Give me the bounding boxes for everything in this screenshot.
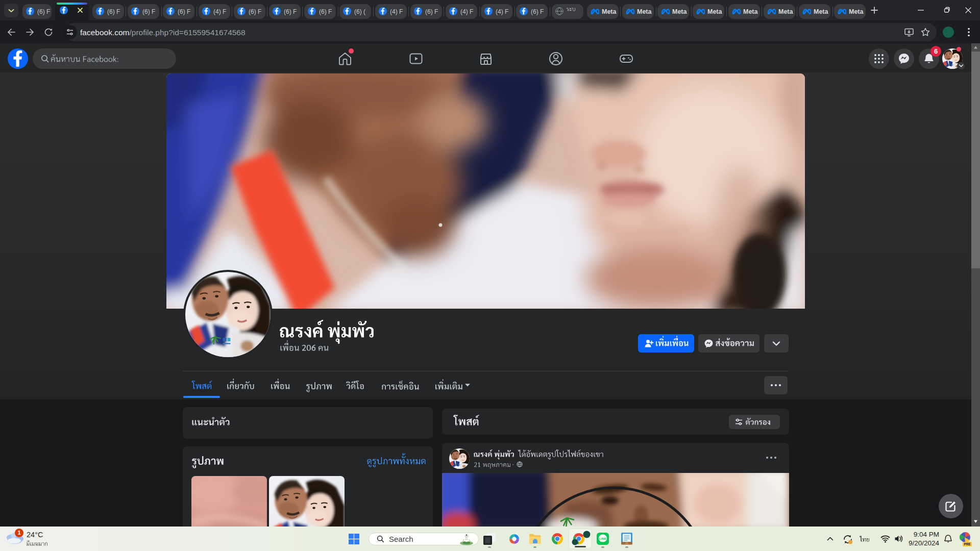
- svg-text:PRE: PRE: [964, 542, 971, 546]
- svg-text:LINE: LINE: [599, 537, 606, 540]
